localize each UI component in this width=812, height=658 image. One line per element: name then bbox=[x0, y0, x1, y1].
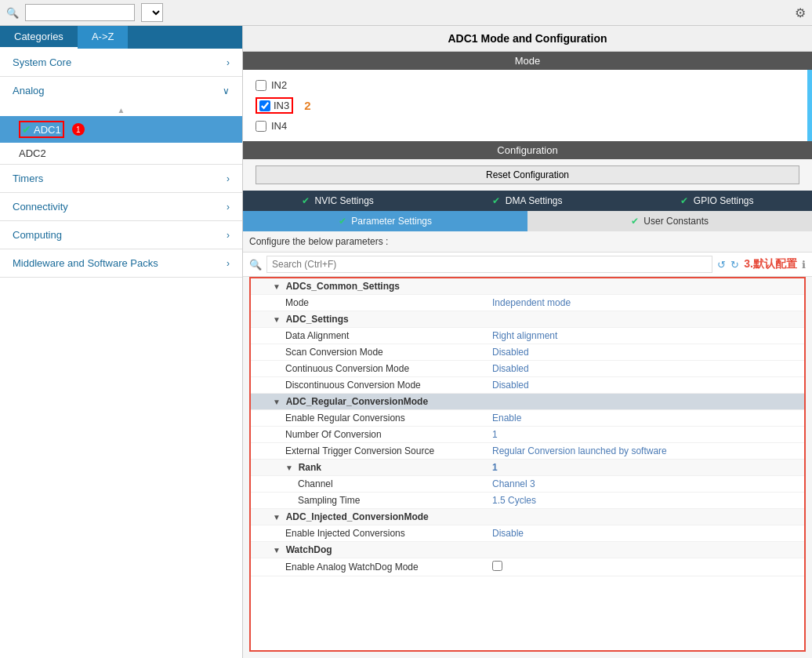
in3-highlight: IN3 bbox=[256, 97, 293, 114]
sidebar-label-analog: Analog bbox=[13, 85, 44, 96]
right-panel: ADC1 Mode and Configuration Mode IN2 IN3… bbox=[243, 26, 812, 658]
tree-row[interactable]: ▼ Rank1 bbox=[251, 460, 804, 476]
tree-val: Disabled bbox=[492, 347, 798, 358]
tree-row[interactable]: ▼ ADCs_Common_Settings bbox=[251, 278, 804, 295]
top-bar: 🔍 ⚙ bbox=[0, 0, 812, 26]
param-text: Configure the below parameters : bbox=[243, 231, 812, 253]
refresh2-icon[interactable]: ↻ bbox=[730, 259, 739, 271]
in4-checkbox[interactable] bbox=[256, 121, 266, 132]
tree-row[interactable]: ▼ WatchDog bbox=[251, 542, 804, 558]
tab-param[interactable]: ✔ Parameter Settings bbox=[243, 211, 527, 231]
tree-row[interactable]: External Trigger Conversion SourceRegula… bbox=[251, 443, 804, 460]
tree-val: Right alignment bbox=[492, 330, 798, 341]
tree-val: Regular Conversion launched by software bbox=[492, 445, 798, 456]
tree-key: Enable Regular Conversions bbox=[257, 413, 492, 424]
sidebar-label-system-core: System Core bbox=[13, 56, 71, 68]
expand-icon: ▼ bbox=[273, 398, 283, 406]
tree-key: ▼ ADC_Settings bbox=[257, 314, 492, 325]
tree-val: Channel 3 bbox=[492, 478, 798, 489]
in3-row: IN3 2 bbox=[256, 94, 799, 117]
tab-categories[interactable]: Categories bbox=[0, 26, 78, 49]
main-layout: Categories A->Z System Core › Analog ∨ ▲ bbox=[0, 26, 812, 658]
sidebar-item-connectivity[interactable]: Connectivity › bbox=[0, 193, 242, 221]
tree-row[interactable]: ▼ ADC_Injected_ConversionMode bbox=[251, 509, 804, 525]
tree-key: Enable Injected Conversions bbox=[257, 528, 492, 539]
sidebar-content: System Core › Analog ∨ ▲ ✔ ADC1 bbox=[0, 49, 242, 658]
tree-row[interactable]: Enable Regular ConversionsEnable bbox=[251, 410, 804, 427]
search-dropdown[interactable] bbox=[141, 3, 163, 22]
nvic-label: NVIC Settings bbox=[314, 195, 373, 206]
in2-checkbox[interactable] bbox=[256, 80, 266, 91]
tree-row[interactable]: ModeIndependent mode bbox=[251, 295, 804, 311]
watchdog-checkbox[interactable] bbox=[492, 561, 502, 571]
tab-atoz[interactable]: A->Z bbox=[78, 26, 129, 49]
tree-row[interactable]: Enable Injected ConversionsDisable bbox=[251, 525, 804, 542]
tab-gpio[interactable]: ✔ GPIO Settings bbox=[622, 191, 812, 211]
sidebar-item-middleware[interactable]: Middleware and Software Packs › bbox=[0, 249, 242, 278]
sidebar-label-computing: Computing bbox=[13, 229, 62, 241]
tree-key: ▼ WatchDog bbox=[257, 544, 492, 555]
tree-row[interactable]: Data AlignmentRight alignment bbox=[251, 328, 804, 344]
tree-key: Channel bbox=[257, 478, 492, 489]
adc1-label: ADC1 bbox=[34, 124, 61, 136]
tree-row[interactable]: Sampling Time1.5 Cycles bbox=[251, 493, 804, 509]
tree-row[interactable]: Number Of Conversion1 bbox=[251, 427, 804, 443]
search-icon: 🔍 bbox=[6, 7, 19, 19]
tree-key: Discontinuous Conversion Mode bbox=[257, 380, 492, 391]
tree-val: Independent mode bbox=[492, 297, 798, 308]
expand-icon: ▼ bbox=[285, 464, 295, 472]
config-table-inner: ▼ ADCs_Common_SettingsModeIndependent mo… bbox=[251, 278, 804, 576]
reset-config-button[interactable]: Reset Configuration bbox=[256, 165, 799, 184]
scroll-up-indicator: ▲ bbox=[0, 104, 242, 116]
gpio-label: GPIO Settings bbox=[694, 195, 754, 206]
expand-icon: ▼ bbox=[273, 546, 283, 554]
mode-section: Mode IN2 IN3 2 bbox=[243, 52, 812, 141]
tree-row[interactable]: ▼ ADC_Regular_ConversionMode bbox=[251, 394, 804, 410]
sidebar-tabs: Categories A->Z bbox=[0, 26, 242, 49]
tree-row[interactable]: Continuous Conversion ModeDisabled bbox=[251, 361, 804, 377]
tree-val: Disable bbox=[492, 528, 798, 539]
tree-row[interactable]: ChannelChannel 3 bbox=[251, 476, 804, 493]
dma-check-icon: ✔ bbox=[492, 195, 500, 206]
tree-key: Enable Analog WatchDog Mode bbox=[257, 562, 492, 573]
tree-key: Mode bbox=[257, 297, 492, 308]
sidebar-item-adc2[interactable]: ADC2 bbox=[0, 143, 242, 164]
sidebar-item-system-core[interactable]: System Core › bbox=[0, 49, 242, 77]
chevron-down-icon: ∨ bbox=[223, 85, 230, 96]
user-label: User Constants bbox=[643, 216, 709, 227]
sidebar-group-analog: Analog ∨ ▲ ✔ ADC1 1 ADC2 bbox=[0, 77, 242, 165]
tree-key: Scan Conversion Mode bbox=[257, 347, 492, 358]
tab-nvic[interactable]: ✔ NVIC Settings bbox=[243, 191, 433, 211]
refresh-icon[interactable]: ↺ bbox=[717, 259, 726, 271]
info-icon[interactable]: ℹ bbox=[802, 259, 806, 271]
sidebar-item-computing[interactable]: Computing › bbox=[0, 221, 242, 249]
expand-icon: ▼ bbox=[273, 315, 283, 324]
adc1-badge: 1 bbox=[72, 123, 85, 136]
sidebar-item-analog[interactable]: Analog ∨ bbox=[0, 77, 242, 104]
tree-val: 1 bbox=[492, 429, 798, 440]
sidebar-item-timers[interactable]: Timers › bbox=[0, 165, 242, 193]
tree-val: Disabled bbox=[492, 363, 798, 374]
tree-val: 1.5 Cycles bbox=[492, 495, 798, 506]
chevron-icon-computing: › bbox=[227, 230, 230, 241]
tree-row[interactable]: ▼ ADC_Settings bbox=[251, 311, 804, 328]
expand-icon: ▼ bbox=[273, 282, 283, 291]
sidebar-item-adc1[interactable]: ✔ ADC1 1 bbox=[0, 116, 242, 143]
in3-label: IN3 bbox=[274, 100, 289, 111]
tree-key: Sampling Time bbox=[257, 495, 492, 506]
in3-checkbox[interactable] bbox=[259, 100, 270, 111]
tab-dma[interactable]: ✔ DMA Settings bbox=[433, 191, 622, 211]
gear-icon[interactable]: ⚙ bbox=[795, 5, 806, 20]
tabs-row1: ✔ NVIC Settings ✔ DMA Settings ✔ GPIO Se… bbox=[243, 191, 812, 211]
tree-key: ▼ ADC_Injected_ConversionMode bbox=[257, 511, 492, 522]
sidebar-label-connectivity: Connectivity bbox=[13, 201, 68, 213]
sidebar: Categories A->Z System Core › Analog ∨ ▲ bbox=[0, 26, 243, 658]
chevron-icon-timers: › bbox=[227, 173, 230, 184]
tree-row[interactable]: Scan Conversion ModeDisabled bbox=[251, 344, 804, 361]
search-input[interactable] bbox=[25, 4, 135, 21]
tree-row[interactable]: Discontinuous Conversion ModeDisabled bbox=[251, 377, 804, 394]
tree-row[interactable]: Enable Analog WatchDog Mode bbox=[251, 558, 804, 576]
param-search-input[interactable] bbox=[266, 256, 712, 273]
user-check-icon: ✔ bbox=[631, 216, 639, 227]
tab-user[interactable]: ✔ User Constants bbox=[527, 211, 812, 231]
